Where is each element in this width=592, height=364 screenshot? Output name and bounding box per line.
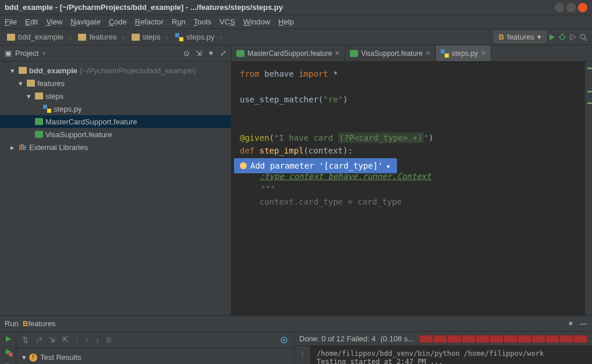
chevron-right-icon: ▸ — [387, 159, 391, 172]
navbar: bdd_example features steps steps.py Bfea… — [0, 29, 592, 45]
tab-visa[interactable]: VisaSupport.feature✕ — [345, 45, 436, 61]
toggle-auto-button[interactable]: ⟳ — [5, 361, 11, 364]
titlebar: bdd_example - [~/PycharmProjects/bdd_exa… — [0, 0, 592, 15]
svg-rect-14 — [441, 49, 445, 53]
menu-refactor[interactable]: Refactor — [135, 17, 164, 26]
svg-point-17 — [283, 339, 285, 341]
run-config-select[interactable]: Bfeatures▾ — [494, 31, 547, 43]
folder-icon — [19, 67, 27, 74]
folder-icon — [27, 80, 35, 87]
svg-rect-8 — [43, 105, 47, 109]
search-button[interactable] — [578, 32, 589, 42]
menu-edit[interactable]: Edit — [25, 17, 38, 26]
sort-icon[interactable]: ↓ª — [36, 336, 42, 344]
folder-icon — [78, 34, 86, 41]
folder-icon — [7, 34, 15, 41]
debug-button[interactable] — [557, 32, 568, 42]
test-root[interactable]: ▾!Test Results — [16, 352, 294, 363]
editor-pane: MasterCardSupport.feature✕ VisaSupport.f… — [232, 45, 592, 315]
svg-rect-10 — [19, 145, 20, 150]
run-tool-window: ⟳ ■ ▣ 📌 ✕ ⇅ ↓ª ⇲ ⇱ | ↑ ↓ ⎘ ▾!Test Result… — [0, 332, 592, 364]
feature-icon — [350, 50, 358, 57]
svg-rect-0 — [175, 33, 179, 37]
collapse-icon[interactable]: ⇲ — [196, 49, 202, 58]
crumb-features[interactable]: features — [75, 31, 127, 42]
python-icon — [441, 49, 449, 58]
svg-line-7 — [584, 38, 587, 41]
test-gear-icon[interactable] — [280, 336, 288, 344]
quick-fix-popup[interactable]: Add parameter '[card_type]'▸ — [234, 158, 397, 173]
svg-rect-12 — [23, 144, 24, 150]
editor-gutter-right[interactable] — [585, 62, 592, 315]
minimize-button[interactable] — [555, 3, 564, 12]
close-tab-icon[interactable]: ✕ — [335, 49, 340, 57]
feature-icon — [35, 118, 43, 125]
close-button[interactable] — [578, 3, 587, 12]
project-tool-window: ▣ Project ▾ ⊙ ⇲ ✶ ⤢ ▾ bdd_example (~/Pyc… — [0, 45, 232, 315]
warn-icon: ! — [29, 354, 37, 362]
menu-help[interactable]: Help — [278, 17, 294, 26]
run-button[interactable] — [547, 32, 557, 42]
python-icon — [43, 105, 51, 113]
menu-tools[interactable]: Tools — [194, 17, 211, 26]
menu-window[interactable]: Window — [243, 17, 270, 26]
hide-icon[interactable]: — — [580, 319, 587, 328]
filter-passed-icon[interactable]: ⇅ — [22, 336, 29, 344]
crumb-file[interactable]: steps.py — [172, 31, 226, 42]
tab-steps[interactable]: steps.py✕ — [436, 45, 491, 61]
folder-icon — [132, 34, 140, 41]
python-icon — [175, 33, 183, 41]
menu-view[interactable]: View — [46, 17, 62, 26]
hide-icon[interactable]: ⤢ — [220, 49, 226, 58]
test-progress — [419, 335, 587, 343]
export-icon[interactable]: ⎘ — [107, 336, 111, 344]
feature-icon — [35, 131, 43, 138]
collapse-icon[interactable]: ⇱ — [62, 336, 69, 344]
code-editor[interactable]: from behave import * use_step_matcher("r… — [232, 62, 592, 315]
chevron-down-icon: ▾ — [42, 49, 46, 58]
test-status-text: Done: 0 of 12 Failed: 4 — [299, 334, 376, 343]
close-tab-icon[interactable]: ✕ — [481, 49, 486, 57]
window-title: bdd_example - [~/PycharmProjects/bdd_exa… — [5, 3, 555, 12]
crumb-root[interactable]: bdd_example — [3, 31, 75, 42]
svg-rect-11 — [21, 144, 22, 150]
project-view-select[interactable]: Project — [15, 49, 38, 58]
gear-icon[interactable]: ✶ — [208, 49, 214, 58]
rerun-failed-button[interactable] — [5, 348, 12, 355]
editor-tabs: MasterCardSupport.feature✕ VisaSupport.f… — [232, 45, 592, 62]
svg-point-2 — [560, 35, 565, 40]
maximize-button[interactable] — [566, 3, 576, 12]
gear-icon[interactable]: ✶ — [568, 319, 574, 328]
menu-vcs[interactable]: VCS — [219, 17, 235, 26]
scroll-to-icon[interactable]: ⊙ — [183, 49, 190, 58]
coverage-button[interactable] — [568, 32, 578, 42]
expand-icon[interactable]: ⇲ — [49, 336, 55, 344]
test-tree: ⇅ ↓ª ⇲ ⇱ | ↑ ↓ ⎘ ▾!Test Results ▸!Suppor… — [16, 332, 295, 364]
tree-node-selected[interactable]: MasterCardSupport.feature — [0, 115, 231, 128]
svg-rect-9 — [47, 109, 51, 113]
tab-mastercard[interactable]: MasterCardSupport.feature✕ — [232, 45, 345, 61]
project-tree[interactable]: ▾ bdd_example (~/PycharmProjects/bdd_exa… — [0, 62, 231, 315]
menu-code[interactable]: Code — [109, 17, 127, 26]
next-icon[interactable]: ↓ — [95, 336, 100, 344]
rerun-button[interactable] — [5, 336, 12, 342]
crumb-steps[interactable]: steps — [128, 31, 172, 42]
project-view-icon: ▣ — [5, 49, 12, 58]
svg-rect-13 — [24, 145, 26, 150]
chevron-down-icon: ▾ — [537, 33, 541, 41]
bulb-icon — [240, 162, 247, 169]
feature-icon — [236, 50, 244, 57]
up-icon[interactable]: ↑ — [300, 349, 304, 358]
run-tab-label[interactable]: Run — [5, 319, 19, 328]
test-console[interactable]: /home/filippov/bdd_venv/bin/python /home… — [311, 346, 592, 364]
menu-file[interactable]: File — [5, 17, 17, 26]
prev-icon[interactable]: ↑ — [85, 336, 89, 344]
menu-run[interactable]: Run — [172, 17, 186, 26]
menu-navigate[interactable]: Navigate — [70, 17, 100, 26]
svg-rect-15 — [445, 53, 449, 58]
run-tool-header: Run B features ✶ — — [0, 316, 592, 332]
folder-icon — [35, 92, 43, 99]
svg-point-6 — [580, 34, 585, 39]
menubar: File Edit View Navigate Code Refactor Ru… — [0, 15, 592, 29]
close-tab-icon[interactable]: ✕ — [426, 49, 431, 57]
